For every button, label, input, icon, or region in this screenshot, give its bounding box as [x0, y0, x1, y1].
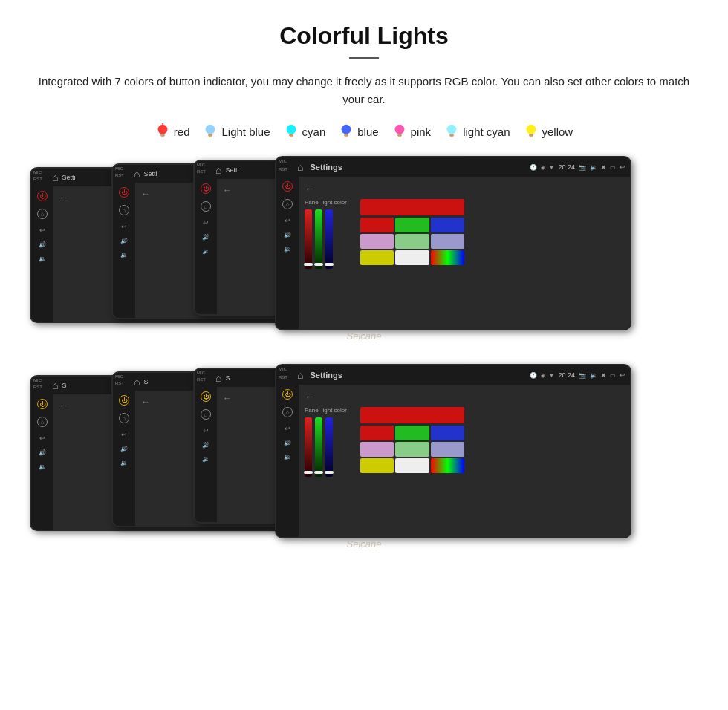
- bulb-icon-blue: [339, 123, 354, 140]
- svg-rect-12: [345, 136, 348, 137]
- settings-label-bot: Settings: [310, 371, 342, 380]
- svg-point-16: [447, 125, 457, 134]
- bottom-stacked-container: MIC RST ⌂ S ⏻ ⌂ ↩ 🔊 🔉: [30, 364, 698, 557]
- top-main-card: MIC RST ⌂ Settings 🕐 ◈ ▼ 20:24 📷 🔉 ✖: [275, 156, 631, 330]
- bulb-icon-cyan: [284, 123, 299, 140]
- panel-light-label-bot: Panel light color: [305, 407, 347, 414]
- top-devices-section: MIC RST ⌂ Setti ⏻ ⌂ ↩ 🔊 🔉: [30, 156, 698, 349]
- color-item-lightblue: Light blue: [203, 123, 270, 140]
- svg-rect-20: [529, 134, 533, 137]
- color-label-yellow: yellow: [542, 126, 573, 138]
- color-item-red: red: [155, 123, 190, 140]
- color-item-lightcyan: light cyan: [444, 123, 510, 140]
- svg-rect-21: [529, 136, 533, 137]
- svg-rect-9: [289, 136, 293, 137]
- color-label-lightblue: Light blue: [221, 126, 270, 138]
- panel-light-label-top: Panel light color: [305, 199, 347, 206]
- bulb-icon-yellow: [524, 123, 539, 140]
- svg-point-7: [286, 125, 296, 134]
- settings-label-top: Settings: [310, 163, 342, 172]
- color-label-blue: blue: [357, 126, 378, 138]
- color-item-blue: blue: [339, 123, 378, 140]
- svg-rect-1: [160, 134, 165, 137]
- page-title: Colorful Lights: [30, 22, 698, 50]
- svg-rect-5: [209, 134, 213, 137]
- bulb-icon-red: [155, 123, 170, 140]
- color-label-lightcyan: light cyan: [463, 126, 510, 138]
- bulb-icon-lightblue: [203, 123, 218, 140]
- svg-point-13: [394, 125, 404, 134]
- color-label-pink: pink: [411, 126, 432, 138]
- svg-point-10: [342, 125, 351, 134]
- title-divider: [349, 57, 379, 59]
- svg-rect-6: [209, 136, 212, 137]
- svg-rect-14: [397, 134, 402, 137]
- bot-main-card: MIC RST ⌂ Settings 🕐 ◈ ▼ 20:24 📷 🔉 ✖: [275, 364, 631, 538]
- watermark-top: Seicane: [347, 330, 382, 342]
- description: Integrated with 7 colors of button indic…: [30, 73, 698, 108]
- color-item-yellow: yellow: [524, 123, 573, 140]
- top-stacked-container: MIC RST ⌂ Setti ⏻ ⌂ ↩ 🔊 🔉: [30, 156, 698, 349]
- page-wrapper: Colorful Lights Integrated with 7 colors…: [0, 0, 728, 598]
- svg-rect-8: [289, 134, 293, 137]
- svg-point-4: [206, 125, 215, 134]
- color-item-pink: pink: [392, 123, 432, 140]
- watermark-bottom: Seicane: [347, 538, 382, 550]
- color-indicators: red Light blue cyan blue: [30, 123, 698, 140]
- svg-rect-11: [344, 134, 348, 137]
- topbar-time-top: 20:24: [558, 163, 575, 171]
- svg-point-0: [157, 125, 167, 134]
- color-label-red: red: [174, 126, 190, 138]
- svg-rect-17: [449, 134, 454, 137]
- svg-rect-2: [161, 136, 165, 137]
- color-label-cyan: cyan: [302, 126, 326, 138]
- bottom-devices-section: MIC RST ⌂ S ⏻ ⌂ ↩ 🔊 🔉: [30, 364, 698, 557]
- svg-rect-15: [397, 136, 401, 137]
- bulb-icon-pink: [392, 123, 407, 140]
- bulb-icon-lightcyan: [444, 123, 459, 140]
- svg-rect-18: [450, 136, 454, 137]
- color-item-cyan: cyan: [284, 123, 326, 140]
- svg-point-19: [526, 125, 536, 134]
- topbar-time-bot: 20:24: [558, 371, 575, 379]
